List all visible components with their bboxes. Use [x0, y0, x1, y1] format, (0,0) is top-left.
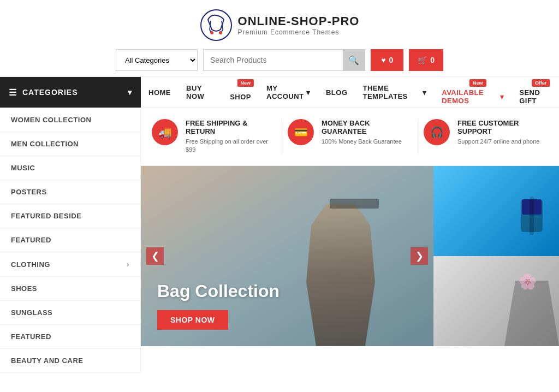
sidebar-item-label: FEATURED	[11, 236, 51, 244]
chevron-down-icon: ▾	[128, 88, 132, 97]
header: ONLINE-SHOP-PRO Premium Ecommerce Themes…	[0, 0, 559, 76]
logo-name: ONLINE-SHOP-PRO	[238, 14, 360, 28]
feature-divider-1	[282, 119, 282, 155]
demos-badge: New	[469, 79, 486, 87]
sidebar-item-label: MUSIC	[11, 164, 35, 172]
feature-shipping: 🚚 FREE SHIPPING & RETURN Free Shipping o…	[152, 119, 276, 155]
sidebar-item-sunglass[interactable]: SUNGLASS	[0, 301, 140, 325]
offer-badge: Offer	[532, 79, 550, 87]
sidebar-item-beauty[interactable]: BEAUTY AND CARE	[0, 349, 140, 373]
cart-icon: 🛒	[418, 56, 427, 64]
search-bar-row: All Categories Clothing Electronics Beau…	[116, 49, 443, 71]
sidebar-item-featured1[interactable]: FEATURED	[0, 228, 140, 252]
wishlist-count: 0	[389, 56, 393, 64]
shop-now-button[interactable]: Shop Now	[157, 310, 228, 330]
hamburger-icon: ☰	[9, 87, 17, 98]
feature-divider-2	[418, 119, 418, 155]
svg-point-2	[219, 31, 222, 34]
heart-icon: ♥	[381, 56, 385, 64]
categories-label: CATEGORIES	[22, 88, 78, 97]
content-area: 🚚 FREE SHIPPING & RETURN Free Shipping o…	[141, 108, 559, 373]
logo-icon	[200, 9, 233, 41]
nav-item-theme[interactable]: THEME TEMPLATES ▾	[355, 77, 435, 108]
sidebar-item-label: MEN COLLECTION	[11, 140, 79, 148]
chevron-right-icon: ›	[127, 260, 129, 269]
feature-support: 🎧 FREE CUSTOMER SUPPORT Support 24/7 onl…	[424, 119, 548, 155]
logo-text: ONLINE-SHOP-PRO Premium Ecommerce Themes	[238, 14, 360, 36]
banner-content: Bag Collection Shop Now	[157, 281, 280, 330]
logo-area: ONLINE-SHOP-PRO Premium Ecommerce Themes	[200, 9, 360, 41]
cart-count: 0	[430, 56, 435, 64]
banner-prev-button[interactable]: ❮	[146, 247, 164, 265]
sidebar-item-men[interactable]: MEN COLLECTION	[0, 132, 140, 156]
account-chevron: ▾	[306, 88, 311, 97]
search-button[interactable]: 🔍	[343, 50, 365, 70]
feature-shipping-text: FREE SHIPPING & RETURN Free Shipping on …	[186, 119, 276, 155]
sidebar-item-shoes[interactable]: SHOES	[0, 277, 140, 301]
nav-list: HOME BUY NOW New SHOP MY ACCOUNT ▾ BLOG …	[141, 77, 559, 108]
wishlist-button[interactable]: ♥ 0	[371, 49, 403, 71]
sidebar-item-posters[interactable]: POSTERS	[0, 180, 140, 204]
sidebar-item-label: SUNGLASS	[11, 308, 52, 317]
sidebar-item-featured-beside[interactable]: FEATURED BESIDE	[0, 204, 140, 228]
banner-side: 🌸	[433, 166, 559, 346]
nav-item-home[interactable]: HOME	[141, 77, 179, 108]
sidebar-item-label: BEAUTY AND CARE	[11, 357, 83, 365]
logo-tagline: Premium Ecommerce Themes	[238, 28, 360, 36]
svg-point-1	[210, 31, 213, 34]
sidebar-item-clothing[interactable]: CLOTHING ›	[0, 252, 140, 277]
main-layout: WOMEN COLLECTION MEN COLLECTION MUSIC PO…	[0, 108, 559, 373]
feature-support-text: FREE CUSTOMER SUPPORT Support 24/7 onlin…	[457, 119, 548, 146]
categories-button[interactable]: ☰ CATEGORIES ▾	[0, 77, 141, 108]
nav-item-buynow[interactable]: BUY NOW	[179, 77, 222, 108]
nav-item-account[interactable]: MY ACCOUNT ▾	[259, 77, 318, 108]
navbar: ☰ CATEGORIES ▾ HOME BUY NOW New SHOP MY …	[0, 76, 559, 108]
banner-title: Bag Collection	[157, 281, 280, 301]
banner-main: ❮ Bag Collection Shop Now ❯	[141, 166, 433, 346]
sidebar-item-label: POSTERS	[11, 188, 47, 196]
search-input-wrap: 🔍	[203, 49, 365, 71]
banner-side-bottom[interactable]: 🌸	[433, 256, 559, 346]
sidebar-item-label: FEATURED	[11, 332, 51, 341]
demos-chevron: ▾	[500, 93, 504, 101]
sidebar-item-label: CLOTHING	[11, 260, 50, 269]
shipping-icon: 🚚	[152, 119, 178, 145]
nav-item-gift[interactable]: Offer Send Gift	[512, 77, 559, 108]
shop-badge: New	[237, 79, 254, 87]
theme-chevron: ▾	[423, 88, 427, 97]
feature-moneyback-title: MONEY BACK GUARANTEE	[322, 119, 412, 135]
feature-moneyback-text: MONEY BACK GUARANTEE 100% Money Back Gua…	[322, 119, 412, 146]
feature-shipping-desc: Free Shipping on all order over $99	[186, 138, 276, 155]
banner-side-top[interactable]	[433, 166, 559, 256]
nav-item-demos[interactable]: New AVAILABLE DEMOS ▾	[434, 77, 512, 108]
feature-moneyback-desc: 100% Money Back Guarantee	[322, 138, 412, 146]
sidebar-item-label: FEATURED BESIDE	[11, 212, 81, 220]
sidebar-item-featured2[interactable]: FEATURED	[0, 325, 140, 349]
svg-point-0	[201, 10, 231, 40]
nav-item-blog[interactable]: BLOG	[318, 77, 355, 108]
cart-button[interactable]: 🛒 0	[409, 49, 443, 71]
features-row: 🚚 FREE SHIPPING & RETURN Free Shipping o…	[141, 108, 559, 166]
nav-item-shop[interactable]: New SHOP	[222, 77, 259, 108]
banner-next-button[interactable]: ❯	[411, 247, 428, 265]
banner-row: ❮ Bag Collection Shop Now ❯	[141, 166, 559, 346]
feature-support-desc: Support 24/7 online and phone	[457, 138, 548, 146]
search-input[interactable]	[204, 50, 343, 70]
feature-support-title: FREE CUSTOMER SUPPORT	[457, 119, 548, 135]
support-icon: 🎧	[424, 119, 450, 145]
feature-moneyback: 💳 MONEY BACK GUARANTEE 100% Money Back G…	[288, 119, 412, 155]
moneyback-icon: 💳	[288, 119, 314, 145]
sidebar-item-label: SHOES	[11, 284, 37, 293]
sidebar-item-label: WOMEN COLLECTION	[11, 116, 91, 124]
feature-shipping-title: FREE SHIPPING & RETURN	[186, 119, 276, 135]
category-select[interactable]: All Categories Clothing Electronics Beau…	[116, 49, 198, 71]
sidebar: WOMEN COLLECTION MEN COLLECTION MUSIC PO…	[0, 108, 141, 373]
sidebar-item-women[interactable]: WOMEN COLLECTION	[0, 108, 140, 132]
sidebar-item-music[interactable]: MUSIC	[0, 156, 140, 180]
